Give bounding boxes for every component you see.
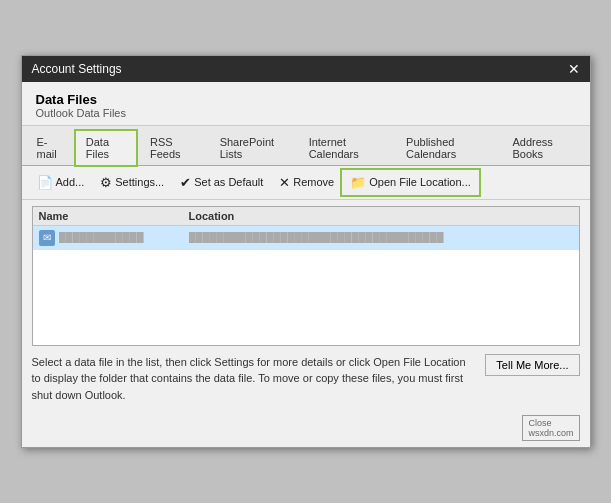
watermark-area: Close wsxdn.com [22, 411, 590, 447]
set-default-label: Set as Default [194, 176, 263, 188]
set-default-button[interactable]: ✔ Set as Default [173, 171, 270, 194]
open-file-label: Open File Location... [369, 176, 471, 188]
add-label: Add... [56, 176, 85, 188]
watermark-site: wsxdn.com [528, 428, 573, 438]
tab-sharepoint[interactable]: SharePoint Lists [209, 130, 296, 165]
settings-button[interactable]: ⚙ Settings... [93, 171, 171, 194]
tab-internet-cal[interactable]: Internet Calendars [298, 130, 393, 165]
info-text: Select a data file in the list, then cli… [32, 354, 476, 404]
tabs-row: E-mail Data Files RSS Feeds SharePoint L… [22, 126, 590, 166]
settings-label: Settings... [115, 176, 164, 188]
table-row[interactable]: ✉ ████████████ █████████████████████████… [33, 226, 579, 250]
settings-icon: ⚙ [100, 175, 112, 190]
tab-published-cal[interactable]: Published Calendars [395, 130, 499, 165]
checkmark-icon: ✔ [180, 175, 191, 190]
open-file-button[interactable]: 📁 Open File Location... [343, 171, 478, 194]
row-location: ████████████████████████████████████ [189, 232, 573, 243]
section-title: Data Files [36, 92, 576, 107]
tab-data-files[interactable]: Data Files [75, 130, 137, 166]
tab-rss-feeds[interactable]: RSS Feeds [139, 130, 207, 165]
tell-more-button[interactable]: Tell Me More... [485, 354, 579, 376]
row-name: ████████████ [59, 232, 189, 243]
col-location-header: Location [189, 210, 573, 222]
tab-address-books[interactable]: Address Books [501, 130, 583, 165]
folder-icon: 📁 [350, 175, 366, 190]
section-header: Data Files Outlook Data Files [22, 82, 590, 126]
close-button[interactable]: ✕ [568, 62, 580, 76]
toolbar: 📄 Add... ⚙ Settings... ✔ Set as Default … [22, 166, 590, 200]
title-bar: Account Settings ✕ [22, 56, 590, 82]
watermark-close: Close [528, 418, 551, 428]
window-title: Account Settings [32, 62, 122, 76]
watermark-box: Close wsxdn.com [522, 415, 579, 441]
remove-icon: ✕ [279, 175, 290, 190]
add-button[interactable]: 📄 Add... [30, 171, 92, 194]
account-settings-window: Account Settings ✕ Data Files Outlook Da… [21, 55, 591, 449]
file-icon: ✉ [39, 230, 55, 246]
remove-button[interactable]: ✕ Remove [272, 171, 341, 194]
section-subtitle: Outlook Data Files [36, 107, 576, 119]
col-name-header: Name [39, 210, 189, 222]
data-files-table: Name Location ✉ ████████████ ███████████… [32, 206, 580, 346]
tab-email[interactable]: E-mail [26, 130, 73, 165]
bottom-info: Select a data file in the list, then cli… [32, 354, 580, 404]
add-icon: 📄 [37, 175, 53, 190]
remove-label: Remove [293, 176, 334, 188]
table-header: Name Location [33, 207, 579, 226]
